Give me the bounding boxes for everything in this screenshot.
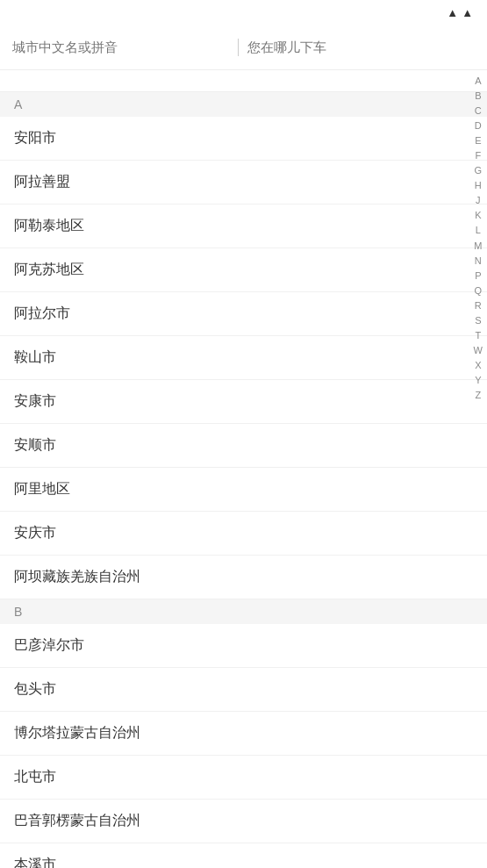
city-item[interactable]: 巴音郭楞蒙古自治州 [0, 800, 487, 843]
search-city-input[interactable] [12, 39, 229, 54]
city-item[interactable]: 安阳市 [0, 117, 487, 161]
alpha-item-l[interactable]: L [471, 223, 485, 238]
section-header-a: A [0, 92, 487, 117]
alpha-item-a[interactable]: A [470, 74, 485, 89]
alpha-item-d[interactable]: D [470, 118, 486, 133]
city-item[interactable]: 阿拉尔市 [0, 292, 487, 336]
alpha-item-n[interactable]: N [470, 254, 486, 269]
alpha-item-t[interactable]: T [470, 328, 485, 343]
section-header-b: B [0, 599, 487, 624]
alpha-item-q[interactable]: Q [470, 283, 487, 298]
alpha-item-r[interactable]: R [470, 298, 486, 313]
alphabet-index[interactable]: ABCDEFGHJKLMNPQRSTWXYZ [469, 70, 487, 406]
alpha-item-x[interactable]: X [470, 358, 485, 373]
alpha-item-p[interactable]: P [470, 269, 485, 283]
city-item[interactable]: 安顺市 [0, 424, 487, 468]
city-item[interactable]: 阿坝藏族羌族自治州 [0, 556, 487, 599]
alpha-item-m[interactable]: M [469, 239, 486, 254]
city-item[interactable]: 鞍山市 [0, 336, 487, 380]
city-item[interactable]: 博尔塔拉蒙古自治州 [0, 712, 487, 756]
status-right: ▲ ▲ [447, 6, 476, 19]
search-location-input[interactable] [247, 39, 464, 54]
search-divider [238, 39, 239, 56]
city-item[interactable]: 阿克苏地区 [0, 248, 487, 292]
alpha-item-c[interactable]: C [470, 104, 486, 118]
alpha-item-s[interactable]: S [470, 313, 485, 328]
city-item[interactable]: 阿里地区 [0, 468, 487, 512]
alpha-item-y[interactable]: Y [470, 373, 485, 388]
city-item[interactable]: 安庆市 [0, 512, 487, 556]
alpha-item-k[interactable]: K [470, 208, 485, 223]
signal-icon: ▲ [462, 6, 473, 19]
current-location [0, 70, 487, 92]
alpha-item-j[interactable]: J [471, 193, 485, 208]
alpha-item-h[interactable]: H [470, 178, 486, 193]
city-item[interactable]: 安康市 [0, 380, 487, 424]
alpha-item-b[interactable]: B [470, 89, 485, 104]
wifi-icon: ▲ [447, 6, 458, 19]
status-bar: ▲ ▲ [0, 0, 487, 25]
city-list[interactable]: A安阳市阿拉善盟阿勒泰地区阿克苏地区阿拉尔市鞍山市安康市安顺市阿里地区安庆市阿坝… [0, 92, 487, 868]
city-item[interactable]: 北屯市 [0, 756, 487, 800]
city-item[interactable]: 阿拉善盟 [0, 161, 487, 204]
alpha-item-z[interactable]: Z [470, 388, 485, 403]
alpha-item-f[interactable]: F [470, 148, 485, 163]
city-item[interactable]: 巴彦淖尔市 [0, 624, 487, 668]
city-item[interactable]: 包头市 [0, 668, 487, 712]
city-item[interactable]: 阿勒泰地区 [0, 204, 487, 248]
city-item[interactable]: 本溪市 [0, 843, 487, 868]
alpha-item-g[interactable]: G [470, 163, 487, 178]
alpha-item-e[interactable]: E [470, 133, 485, 148]
alpha-item-w[interactable]: W [469, 343, 487, 358]
search-header [0, 25, 487, 70]
